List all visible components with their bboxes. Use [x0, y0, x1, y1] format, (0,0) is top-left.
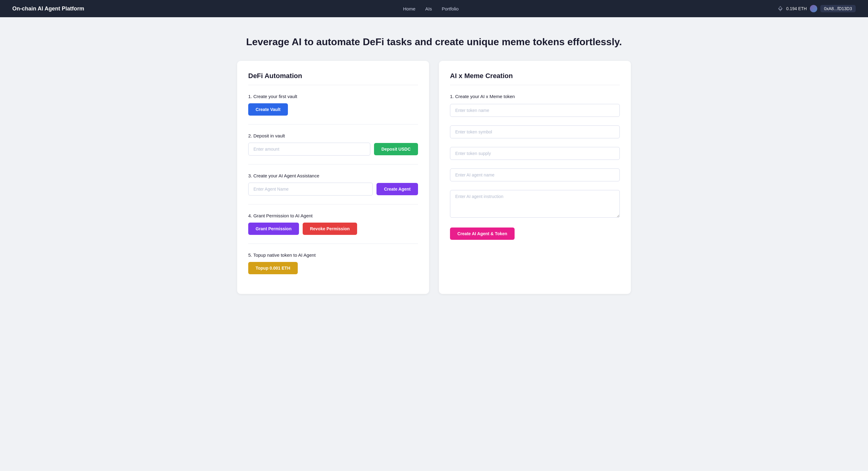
deposit-row: Deposit USDC [248, 143, 418, 156]
defi-step2-label: 2. Deposit in vault [248, 133, 418, 138]
grant-permission-button[interactable]: Grant Permission [248, 223, 299, 235]
defi-step4-label: 4. Grant Permission to AI Agent [248, 213, 418, 218]
agent-name-input[interactable] [248, 183, 373, 195]
nav-link-ais[interactable]: AIs [425, 6, 432, 11]
hero-title: Leverage AI to automate DeFi tasks and c… [6, 36, 862, 49]
defi-card: DeFi Automation 1. Create your first vau… [237, 61, 429, 294]
meme-token-name-input[interactable] [450, 104, 620, 117]
divider-3 [248, 204, 418, 205]
meme-token-name-section [450, 104, 620, 117]
agent-row: Create Agent [248, 183, 418, 195]
permission-buttons: Grant Permission Revoke Permission [248, 223, 418, 235]
create-agent-button[interactable]: Create Agent [376, 183, 418, 195]
defi-step5-label: 5. Topup native token to AI Agent [248, 252, 418, 258]
divider-1 [248, 124, 418, 125]
revoke-permission-button[interactable]: Revoke Permission [303, 223, 357, 235]
defi-step1: 1. Create your first vault Create Vault [248, 94, 418, 116]
eth-balance: 0.194 ETH [786, 6, 807, 11]
meme-agent-name-section [450, 168, 620, 181]
deposit-usdc-button[interactable]: Deposit USDC [374, 143, 418, 155]
wallet-address[interactable]: 0xA8...fD13D3 [820, 5, 856, 12]
divider-4 [248, 244, 418, 244]
defi-step4: 4. Grant Permission to AI Agent Grant Pe… [248, 213, 418, 235]
nav-link-portfolio[interactable]: Portfolio [442, 6, 459, 11]
meme-token-symbol-section [450, 125, 620, 138]
meme-card-title: AI x Meme Creation [450, 72, 620, 85]
meme-agent-instruction-section [450, 190, 620, 219]
meme-agent-name-input[interactable] [450, 168, 620, 181]
meme-agent-instruction-input[interactable] [450, 190, 620, 218]
navbar-nav: Home AIs Portfolio [403, 6, 459, 11]
navbar-wallet: 0.194 ETH 0xA8...fD13D3 [778, 5, 856, 12]
eth-icon [778, 6, 783, 11]
main-content: DeFi Automation 1. Create your first vau… [219, 61, 649, 312]
defi-step2: 2. Deposit in vault Deposit USDC [248, 133, 418, 156]
create-vault-button[interactable]: Create Vault [248, 103, 288, 116]
defi-step3: 3. Create your AI Agent Assistance Creat… [248, 173, 418, 195]
nav-link-home[interactable]: Home [403, 6, 415, 11]
navbar: On-chain AI Agent Platform Home AIs Port… [0, 0, 868, 17]
hero-section: Leverage AI to automate DeFi tasks and c… [0, 17, 868, 61]
meme-card: AI x Meme Creation 1. Create your AI x M… [439, 61, 631, 294]
navbar-brand: On-chain AI Agent Platform [12, 5, 84, 12]
deposit-amount-input[interactable] [248, 143, 370, 156]
divider-2 [248, 164, 418, 164]
meme-token-symbol-input[interactable] [450, 125, 620, 138]
defi-step3-label: 3. Create your AI Agent Assistance [248, 173, 418, 178]
svg-marker-1 [778, 9, 782, 11]
topup-eth-button[interactable]: Topup 0.001 ETH [248, 262, 298, 274]
wallet-avatar [810, 5, 817, 12]
meme-token-supply-section [450, 147, 620, 160]
defi-step1-label: 1. Create your first vault [248, 94, 418, 99]
meme-step1-label: 1. Create your AI x Meme token [450, 94, 620, 99]
meme-token-supply-input[interactable] [450, 147, 620, 160]
defi-step5: 5. Topup native token to AI Agent Topup … [248, 252, 418, 274]
defi-card-title: DeFi Automation [248, 72, 418, 85]
create-ai-agent-token-button[interactable]: Create AI Agent & Token [450, 227, 515, 240]
